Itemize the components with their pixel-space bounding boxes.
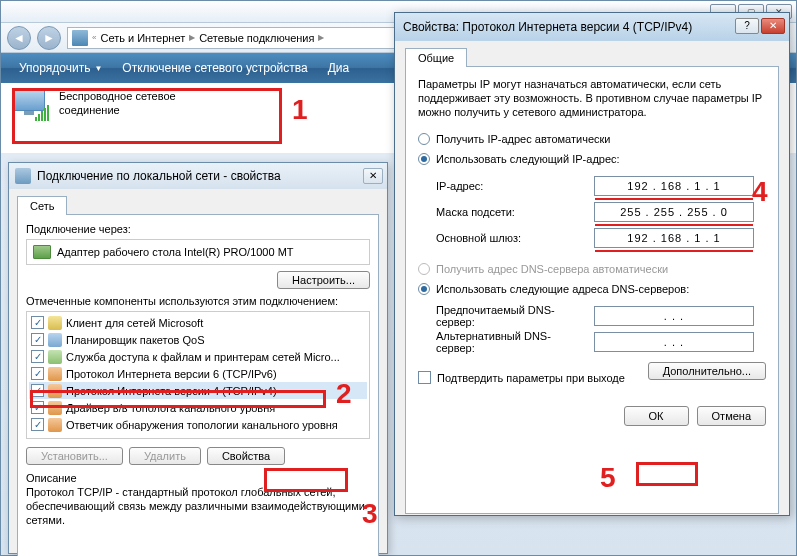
radio[interactable] xyxy=(418,283,430,295)
auto-dns-radio-row: Получить адрес DNS-сервера автоматически xyxy=(418,259,766,279)
responder-icon xyxy=(48,418,62,432)
confirm-on-exit-label: Подтвердить параметры при выходе xyxy=(437,372,625,384)
manual-dns-radio-row[interactable]: Использовать следующие адреса DNS-сервер… xyxy=(418,279,766,299)
network-tab-panel: Подключение через: Адаптер рабочего стол… xyxy=(17,214,379,556)
gateway-label: Основной шлюз: xyxy=(436,232,586,244)
chevron-down-icon: ▼ xyxy=(94,64,102,73)
breadcrumb-item[interactable]: Сеть и Интернет xyxy=(100,32,185,44)
dialog-titlebar: Подключение по локальной сети - свойства… xyxy=(9,163,387,189)
list-item[interactable]: Служба доступа к файлам и принтерам сете… xyxy=(29,348,367,365)
ip-address-input[interactable]: 192 . 168 . 1 . 1 xyxy=(594,176,754,196)
ok-button[interactable]: ОК xyxy=(624,406,689,426)
adapter-field: Адаптер рабочего стола Intel(R) PRO/1000… xyxy=(26,239,370,265)
dialog-titlebar: Свойства: Протокол Интернета версии 4 (T… xyxy=(395,13,789,41)
description-text: Протокол TCP/IP - стандартный протокол г… xyxy=(26,485,370,527)
properties-button[interactable]: Свойства xyxy=(207,447,285,465)
dialog-title: Свойства: Протокол Интернета версии 4 (T… xyxy=(403,20,692,34)
list-item[interactable]: Ответчик обнаружения топологии канальног… xyxy=(29,416,367,433)
adapter-icon xyxy=(33,245,51,259)
help-button[interactable]: ? xyxy=(735,18,759,34)
gateway-input[interactable]: 192 . 168 . 1 . 1 xyxy=(594,228,754,248)
scheduler-icon xyxy=(48,333,62,347)
chevron-right-icon: ▶ xyxy=(318,33,324,42)
checkbox[interactable] xyxy=(31,418,44,431)
tab-network[interactable]: Сеть xyxy=(17,196,67,215)
manual-ip-label: Использовать следующий IP-адрес: xyxy=(436,153,620,165)
tab-general[interactable]: Общие xyxy=(405,48,467,67)
breadcrumb-item[interactable]: Сетевые подключения xyxy=(199,32,314,44)
protocol-icon xyxy=(48,384,62,398)
list-item[interactable]: Клиент для сетей Microsoft xyxy=(29,314,367,331)
diagnose-button[interactable]: Диа xyxy=(318,57,360,79)
ipv4-properties-dialog: Свойства: Протокол Интернета версии 4 (T… xyxy=(394,12,790,516)
manual-dns-label: Использовать следующие адреса DNS-сервер… xyxy=(436,283,689,295)
close-button[interactable]: ✕ xyxy=(761,18,785,34)
checkbox[interactable] xyxy=(31,367,44,380)
adapter-name: Адаптер рабочего стола Intel(R) PRO/1000… xyxy=(57,246,294,258)
remove-button[interactable]: Удалить xyxy=(129,447,201,465)
checkbox[interactable] xyxy=(31,384,44,397)
close-button[interactable]: ✕ xyxy=(363,168,383,184)
forward-button[interactable]: ► xyxy=(37,26,61,50)
list-item[interactable]: Драйвер в/в тополога канального уровня xyxy=(29,399,367,416)
disable-device-button[interactable]: Отключение сетевого устройства xyxy=(112,57,317,79)
preferred-dns-label: Предпочитаемый DNS-сервер: xyxy=(436,304,586,328)
auto-ip-radio-row[interactable]: Получить IP-адрес автоматически xyxy=(418,129,766,149)
list-item[interactable]: Протокол Интернета версии 6 (TCP/IPv6) xyxy=(29,365,367,382)
advanced-button[interactable]: Дополнительно... xyxy=(648,362,766,380)
cancel-button[interactable]: Отмена xyxy=(697,406,766,426)
auto-ip-label: Получить IP-адрес автоматически xyxy=(436,133,610,145)
subnet-mask-input[interactable]: 255 . 255 . 255 . 0 xyxy=(594,202,754,222)
network-icon xyxy=(72,30,88,46)
auto-dns-label: Получить адрес DNS-сервера автоматически xyxy=(436,263,668,275)
description-heading: Описание xyxy=(26,471,370,485)
checkbox[interactable] xyxy=(31,316,44,329)
driver-icon xyxy=(48,401,62,415)
checkbox[interactable] xyxy=(31,401,44,414)
info-text: Параметры IP могут назначаться автоматич… xyxy=(418,77,766,119)
alternate-dns-label: Альтернативный DNS-сервер: xyxy=(436,330,586,354)
alternate-dns-input[interactable]: . . . xyxy=(594,332,754,352)
share-icon xyxy=(48,350,62,364)
configure-button[interactable]: Настроить... xyxy=(277,271,370,289)
checkbox[interactable] xyxy=(31,333,44,346)
radio[interactable] xyxy=(418,153,430,165)
connection-icon xyxy=(15,168,31,184)
components-label: Отмеченные компоненты используются этим … xyxy=(26,295,370,307)
wireless-connection-label: Беспроводное сетевое соединение xyxy=(59,89,176,117)
radio[interactable] xyxy=(418,133,430,145)
subnet-mask-label: Маска подсети: xyxy=(436,206,586,218)
checkbox[interactable] xyxy=(418,371,431,384)
wireless-connection-item[interactable]: Беспроводное сетевое соединение xyxy=(9,87,274,123)
chevron-right-icon: ▶ xyxy=(189,33,195,42)
general-tab-panel: Параметры IP могут назначаться автоматич… xyxy=(405,66,779,514)
organize-menu[interactable]: Упорядочить ▼ xyxy=(9,57,112,79)
back-button[interactable]: ◄ xyxy=(7,26,31,50)
list-item-ipv4[interactable]: Протокол Интернета версии 4 (TCP/IPv4) xyxy=(29,382,367,399)
preferred-dns-input[interactable]: . . . xyxy=(594,306,754,326)
components-list[interactable]: Клиент для сетей Microsoft Планировщик п… xyxy=(26,311,370,439)
radio xyxy=(418,263,430,275)
protocol-icon xyxy=(48,367,62,381)
signal-icon xyxy=(35,105,49,121)
list-item[interactable]: Планировщик пакетов QoS xyxy=(29,331,367,348)
ip-address-label: IP-адрес: xyxy=(436,180,586,192)
wireless-connection-icon xyxy=(11,89,51,121)
manual-ip-radio-row[interactable]: Использовать следующий IP-адрес: xyxy=(418,149,766,169)
lan-properties-dialog: Подключение по локальной сети - свойства… xyxy=(8,162,388,554)
checkbox[interactable] xyxy=(31,350,44,363)
client-icon xyxy=(48,316,62,330)
dialog-title: Подключение по локальной сети - свойства xyxy=(37,169,281,183)
connect-via-label: Подключение через: xyxy=(26,223,370,235)
install-button[interactable]: Установить... xyxy=(26,447,123,465)
breadcrumb-arrow-icon: « xyxy=(92,33,96,42)
